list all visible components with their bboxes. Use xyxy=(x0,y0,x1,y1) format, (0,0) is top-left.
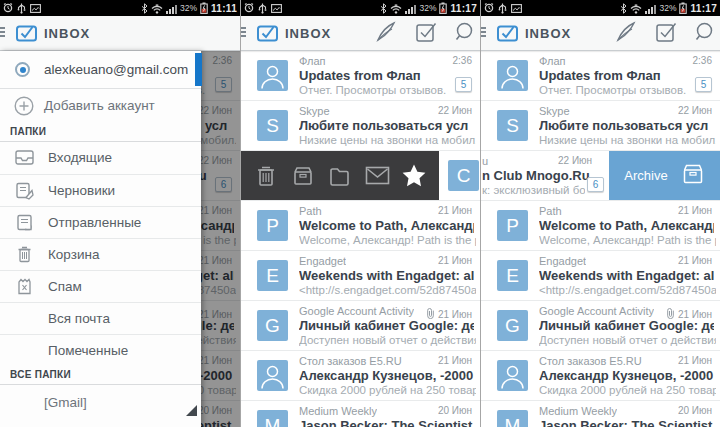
unread-count-badge: 5 xyxy=(695,77,712,92)
email-snippet: Welcome, Александр! Path is the p... xyxy=(299,234,476,246)
archive-swipe-action[interactable]: Archive xyxy=(609,151,720,200)
add-account-button[interactable]: Добавить аккаунт xyxy=(0,89,201,123)
email-sender: Skype xyxy=(299,105,330,117)
avatar xyxy=(497,360,528,391)
email-snippet: Доступен новый отчет о действия... xyxy=(299,334,476,346)
email-sender: Path xyxy=(299,205,322,217)
email-row[interactable]: P Path 21 Июн Welcome to Path, Александр… xyxy=(481,201,720,251)
drawer-folder-item[interactable]: Отправленные xyxy=(0,206,201,238)
screenshot-icon xyxy=(511,4,522,13)
menu-icon[interactable] xyxy=(240,27,248,39)
folder-icon[interactable] xyxy=(326,161,354,191)
email-row[interactable]: P Path 21 Июн Welcome to Path, Александр… xyxy=(241,201,480,251)
email-date: 22 Июн xyxy=(558,155,592,166)
app-bar: INBOX xyxy=(0,16,240,51)
signal-icon xyxy=(166,3,177,14)
appbar-actions xyxy=(615,16,714,51)
email-sender: Engadget xyxy=(539,255,586,267)
wifi-icon xyxy=(390,3,402,14)
email-row[interactable]: Флап 2:36 Updates from Флап Отчет. Просм… xyxy=(241,51,480,101)
search-icon[interactable] xyxy=(694,22,714,46)
email-subject: Weekends with Engadget: all yo... xyxy=(299,268,474,283)
email-sender: Флап xyxy=(299,55,326,67)
bluetooth-icon xyxy=(620,3,627,14)
compose-icon[interactable] xyxy=(375,21,399,47)
avatar: P xyxy=(257,210,288,241)
select-icon[interactable] xyxy=(656,22,677,46)
mail-icon[interactable] xyxy=(363,161,391,191)
email-row[interactable]: E Engadget 21 Июн Weekends with Engadget… xyxy=(481,251,720,301)
email-subject: Личный кабинет Google: дейс... xyxy=(299,318,474,333)
email-row[interactable]: Флап 2:36 Updates from Флап Отчет. Просм… xyxy=(481,51,720,101)
screenshot-icon xyxy=(30,4,41,13)
email-row[interactable]: Стол заказов E5.RU 21 Июн Александр Кузн… xyxy=(481,351,720,401)
star-icon[interactable] xyxy=(400,161,428,191)
email-subject: Jason Becker: The Scientist a... xyxy=(539,418,714,427)
menu-icon[interactable] xyxy=(0,27,7,39)
select-icon[interactable] xyxy=(416,22,437,46)
account-radio[interactable] xyxy=(15,62,30,77)
drawer-folder-item[interactable]: Помеченные xyxy=(0,334,201,366)
email-row[interactable]: M Medium Weekly 20 Июн Jason Becker: The… xyxy=(481,401,720,427)
account-row[interactable]: alexkeuano@gmail.com xyxy=(0,51,201,89)
drawer-folder-item[interactable]: Корзина xyxy=(0,238,201,270)
email-sender: Google Account Activity xyxy=(299,305,414,317)
trash-icon[interactable] xyxy=(252,161,280,191)
screenshot-triptych: 32% 11:11 INBOX Флап 2:36 Updates from Ф… xyxy=(0,0,720,427)
appbar-actions xyxy=(375,16,474,51)
email-row[interactable]: S Skype 22 Июн Любите пользоваться усл Н… xyxy=(481,101,720,151)
search-icon[interactable] xyxy=(454,22,474,46)
email-sender: Флап xyxy=(539,55,566,67)
archive-label: Archive xyxy=(624,168,667,183)
status-bar: 32% 11:11 xyxy=(0,0,240,16)
email-subject: Любите пользоваться усл xyxy=(539,118,714,133)
drawer-folder-item[interactable]: Входящие xyxy=(0,142,201,174)
email-row[interactable]: G Google Account Activity 21 Июн Личный … xyxy=(481,301,720,351)
drawer-folder-item[interactable]: Черновики xyxy=(0,174,201,206)
compose-icon[interactable] xyxy=(615,21,639,47)
email-row[interactable]: G Google Account Activity 21 Июн Личный … xyxy=(241,301,480,351)
page-title: INBOX xyxy=(525,16,571,51)
signal-icon xyxy=(645,3,656,14)
folder-item-icon xyxy=(15,309,34,328)
battery-icon xyxy=(679,2,687,14)
email-snippet: Доступен новый отчет о действия... xyxy=(539,334,716,346)
email-date: 2:36 xyxy=(453,55,472,66)
folder-item-icon xyxy=(15,245,34,264)
battery-icon xyxy=(439,2,447,14)
folder-item-icon xyxy=(15,148,34,167)
email-snippet: Низкие цены на звонки на мобил... xyxy=(299,134,476,146)
email-subject: Weekends with Engadget: all yo... xyxy=(539,268,714,283)
avatar: G xyxy=(257,310,288,341)
folder-item-label: Входящие xyxy=(48,142,112,174)
email-row[interactable]: S Skype 22 Июн Любите пользоваться усл Н… xyxy=(241,101,480,151)
status-clock: 11:11 xyxy=(211,3,237,14)
email-date: 21 Июн xyxy=(438,255,472,266)
email-sender: Skype xyxy=(539,105,570,117)
email-row-swiped: u 22 Июн n Club Mnogo.Ru к: эксклюзивный… xyxy=(481,151,720,201)
email-row[interactable]: Стол заказов E5.RU 21 Июн Александр Кузн… xyxy=(241,351,480,401)
drawer-item-gmail[interactable]: [Gmail] xyxy=(0,385,201,421)
avatar: M xyxy=(257,410,288,427)
email-row[interactable]: M Medium Weekly 20 Июн Jason Becker: The… xyxy=(241,401,480,427)
email-sender: Path xyxy=(539,205,562,217)
folder-item-label: Отправленные xyxy=(48,207,141,239)
email-list: Флап 2:36 Updates from Флап Отчет. Просм… xyxy=(241,51,480,427)
email-list: Флап 2:36 Updates from Флап Отчет. Просм… xyxy=(481,51,720,427)
email-snippet: Скидка 2000 рублей на 250 товар... xyxy=(539,384,716,396)
menu-icon[interactable] xyxy=(480,27,488,39)
email-subject: Александр Кузнецов, -2000 р... xyxy=(299,368,474,383)
avatar xyxy=(257,60,288,91)
email-row[interactable]: E Engadget 21 Июн Weekends with Engadget… xyxy=(241,251,480,301)
expand-grip-icon[interactable] xyxy=(186,405,197,416)
drawer-folder-item[interactable]: Вся почта xyxy=(0,302,201,334)
usb-icon xyxy=(17,3,26,14)
avatar: E xyxy=(257,260,288,291)
plus-icon xyxy=(14,96,34,120)
email-snippet: Скидка 2000 рублей на 250 товар... xyxy=(299,384,476,396)
drawer-folder-item[interactable]: Спам xyxy=(0,270,201,302)
avatar: M xyxy=(497,410,528,427)
usb-icon xyxy=(258,3,267,14)
archive-icon[interactable] xyxy=(289,161,317,191)
app-bar: INBOX xyxy=(241,16,480,51)
